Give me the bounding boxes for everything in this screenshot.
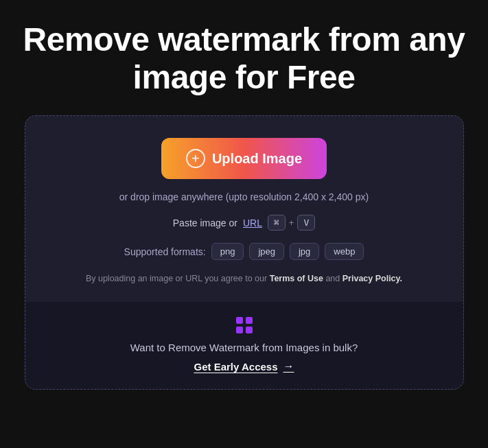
page-title: Remove watermark from any image for Free bbox=[14, 21, 474, 96]
paste-label: Paste image or bbox=[173, 217, 237, 228]
privacy-policy-link[interactable]: Privacy Policy. bbox=[342, 274, 402, 283]
v-key: V bbox=[297, 215, 315, 231]
paste-row: Paste image or URL ⌘ + V bbox=[173, 215, 315, 231]
bulk-section: Want to Remove Watermark from Images in … bbox=[25, 302, 463, 389]
format-webp: webp bbox=[325, 243, 364, 260]
grid-dot-4 bbox=[246, 327, 253, 333]
keyboard-shortcut: ⌘ + V bbox=[268, 215, 315, 231]
url-link[interactable]: URL bbox=[243, 217, 262, 228]
grid-dot-3 bbox=[236, 327, 243, 333]
format-jpg: jpg bbox=[290, 243, 319, 260]
terms-middle: and bbox=[323, 274, 342, 283]
terms-text: By uploading an image or URL you agree t… bbox=[86, 272, 402, 285]
upload-button[interactable]: + Upload Image bbox=[161, 138, 327, 179]
plus-separator: + bbox=[289, 217, 294, 228]
upload-button-label: Upload Image bbox=[212, 151, 302, 167]
early-access-link[interactable]: Get Early Access → bbox=[194, 360, 294, 373]
bulk-text: Want to Remove Watermark from Images in … bbox=[130, 342, 358, 353]
drop-hint-text: or drop image anywhere (upto resolution … bbox=[119, 191, 369, 202]
grid-dot-1 bbox=[236, 317, 243, 324]
upload-card: + Upload Image or drop image anywhere (u… bbox=[25, 115, 464, 390]
bulk-icon bbox=[236, 317, 253, 333]
format-png: png bbox=[211, 243, 244, 260]
arrow-icon: → bbox=[283, 360, 294, 373]
formats-label: Supported formats: bbox=[124, 246, 206, 257]
grid-icon bbox=[236, 317, 253, 333]
plus-icon: + bbox=[186, 149, 205, 168]
early-access-label: Get Early Access bbox=[194, 361, 277, 373]
formats-row: Supported formats: png jpeg jpg webp bbox=[124, 243, 364, 260]
terms-prefix: By uploading an image or URL you agree t… bbox=[86, 274, 270, 283]
grid-dot-2 bbox=[246, 317, 253, 324]
cmd-key: ⌘ bbox=[268, 215, 286, 231]
terms-of-use-link[interactable]: Terms of Use bbox=[270, 274, 323, 283]
format-jpeg: jpeg bbox=[249, 243, 284, 260]
